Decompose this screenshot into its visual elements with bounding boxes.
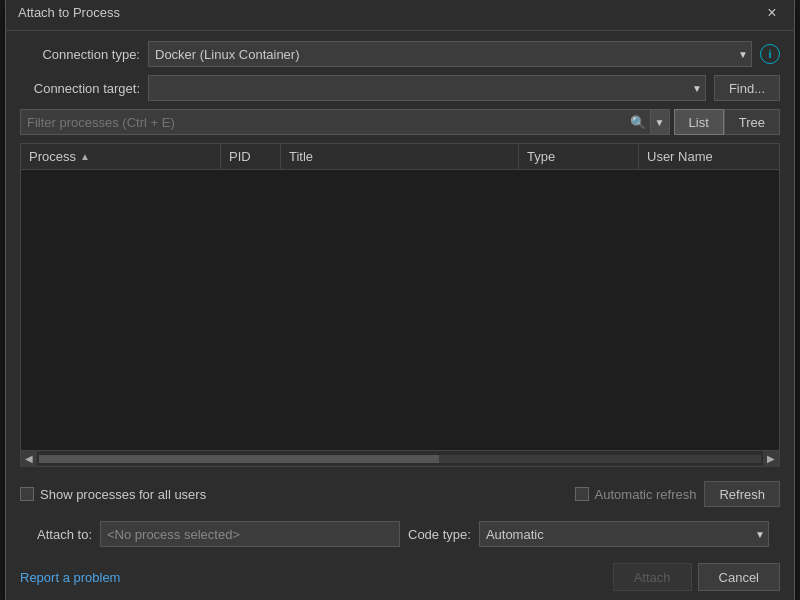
column-header-username[interactable]: User Name	[639, 144, 779, 169]
connection-type-label: Connection type:	[20, 47, 140, 62]
tree-view-button[interactable]: Tree	[724, 109, 780, 135]
title-bar: Attach to Process ×	[6, 0, 794, 31]
attach-to-label: Attach to:	[20, 527, 92, 542]
code-type-combo-wrapper: Automatic ▼	[479, 521, 769, 547]
dialog-title: Attach to Process	[18, 5, 120, 20]
code-type-select[interactable]: Automatic	[479, 521, 769, 547]
auto-refresh-label: Automatic refresh	[595, 487, 697, 502]
code-type-label: Code type:	[408, 527, 471, 542]
action-buttons: Attach Cancel	[613, 563, 780, 591]
filter-input[interactable]	[21, 110, 626, 134]
table-header: Process ▲ PID Title Type User Name	[21, 144, 779, 170]
column-header-pid[interactable]: PID	[221, 144, 281, 169]
report-problem-link[interactable]: Report a problem	[20, 570, 120, 585]
column-title-label: Title	[289, 149, 313, 164]
find-button[interactable]: Find...	[714, 75, 780, 101]
connection-target-select[interactable]	[148, 75, 706, 101]
view-toggle: List Tree	[674, 109, 780, 135]
column-header-process[interactable]: Process ▲	[21, 144, 221, 169]
connection-target-label: Connection target:	[20, 81, 140, 96]
sort-asc-icon: ▲	[80, 151, 90, 162]
attach-to-input[interactable]	[100, 521, 400, 547]
auto-refresh-checkbox[interactable]	[575, 487, 589, 501]
info-icon[interactable]: i	[760, 44, 780, 64]
scroll-left-button[interactable]: ◀	[21, 451, 37, 467]
filter-dropdown-button[interactable]: ▼	[650, 110, 669, 134]
refresh-button[interactable]: Refresh	[704, 481, 780, 507]
column-header-title[interactable]: Title	[281, 144, 519, 169]
filter-input-wrapper: 🔍 ▼	[20, 109, 670, 135]
attach-to-process-dialog: Attach to Process × Connection type: Doc…	[5, 0, 795, 600]
show-all-users-checkbox-wrapper[interactable]: Show processes for all users	[20, 487, 206, 502]
show-all-users-checkbox[interactable]	[20, 487, 34, 501]
scrollbar-track[interactable]	[39, 455, 761, 463]
bottom-controls-row: Show processes for all users Automatic r…	[20, 475, 780, 507]
search-icon: 🔍	[626, 115, 650, 130]
scroll-right-button[interactable]: ▶	[763, 451, 779, 467]
auto-refresh-wrapper: Automatic refresh	[575, 487, 697, 502]
column-username-label: User Name	[647, 149, 713, 164]
connection-type-select[interactable]: Docker (Linux Container)	[148, 41, 752, 67]
action-row: Report a problem Attach Cancel	[20, 555, 780, 595]
column-header-type[interactable]: Type	[519, 144, 639, 169]
process-table: Process ▲ PID Title Type User Name ◀	[20, 143, 780, 467]
filter-row: 🔍 ▼ List Tree	[20, 109, 780, 135]
connection-target-combo-wrapper: ▼	[148, 75, 706, 101]
dialog-body: Connection type: Docker (Linux Container…	[6, 31, 794, 600]
list-view-button[interactable]: List	[674, 109, 724, 135]
column-type-label: Type	[527, 149, 555, 164]
attach-button[interactable]: Attach	[613, 563, 692, 591]
show-all-users-label: Show processes for all users	[40, 487, 206, 502]
connection-type-combo-wrapper: Docker (Linux Container) ▼	[148, 41, 752, 67]
scrollbar-thumb	[39, 455, 439, 463]
close-button[interactable]: ×	[762, 3, 782, 23]
connection-target-row: Connection target: ▼ Find...	[20, 75, 780, 101]
horizontal-scrollbar[interactable]: ◀ ▶	[21, 450, 779, 466]
column-pid-label: PID	[229, 149, 251, 164]
cancel-button[interactable]: Cancel	[698, 563, 780, 591]
table-body	[21, 170, 779, 450]
column-process-label: Process	[29, 149, 76, 164]
attach-to-row: Attach to: Code type: Automatic ▼	[20, 515, 780, 547]
connection-type-row: Connection type: Docker (Linux Container…	[20, 41, 780, 67]
